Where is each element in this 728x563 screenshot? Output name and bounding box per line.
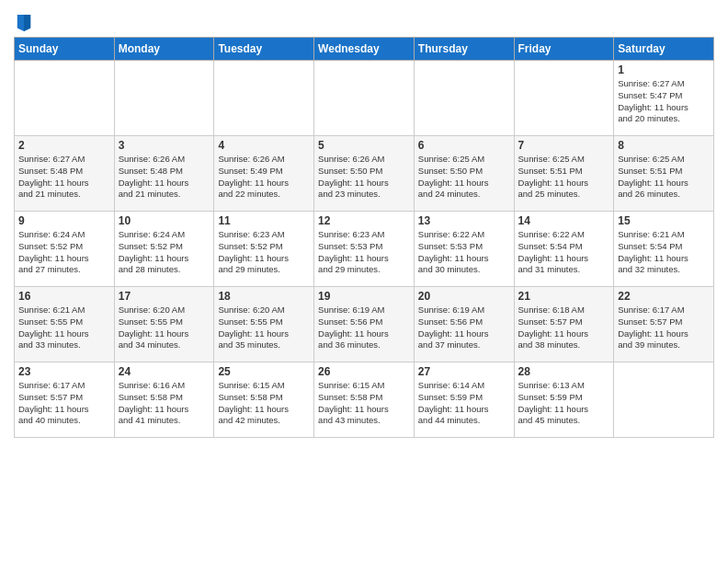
- calendar-cell: [314, 61, 415, 136]
- calendar-cell: 2Sunrise: 6:27 AMSunset: 5:48 PMDaylight…: [15, 136, 115, 212]
- day-header-monday: Monday: [114, 38, 214, 61]
- calendar-cell: 14Sunrise: 6:22 AMSunset: 5:54 PMDayligh…: [514, 212, 614, 287]
- day-number: 18: [218, 290, 310, 303]
- calendar-week-2: 2Sunrise: 6:27 AMSunset: 5:48 PMDaylight…: [15, 136, 714, 212]
- calendar-cell: [414, 61, 514, 136]
- day-header-thursday: Thursday: [414, 38, 514, 61]
- cell-info: Sunrise: 6:17 AMSunset: 5:57 PMDaylight:…: [18, 380, 110, 427]
- calendar-cell: 1Sunrise: 6:27 AMSunset: 5:47 PMDaylight…: [614, 61, 714, 136]
- day-number: 5: [318, 139, 410, 152]
- calendar-cell: 7Sunrise: 6:25 AMSunset: 5:51 PMDaylight…: [514, 136, 614, 212]
- day-number: 22: [618, 290, 710, 303]
- calendar-cell: 20Sunrise: 6:19 AMSunset: 5:56 PMDayligh…: [414, 287, 514, 362]
- day-number: 7: [518, 139, 610, 152]
- cell-info: Sunrise: 6:19 AMSunset: 5:56 PMDaylight:…: [418, 304, 510, 351]
- day-header-friday: Friday: [514, 38, 614, 61]
- cell-info: Sunrise: 6:25 AMSunset: 5:50 PMDaylight:…: [418, 154, 510, 201]
- day-number: 15: [618, 214, 710, 227]
- calendar-week-5: 23Sunrise: 6:17 AMSunset: 5:57 PMDayligh…: [15, 362, 714, 438]
- calendar-cell: [15, 61, 115, 136]
- day-header-sunday: Sunday: [15, 38, 115, 61]
- calendar-cell: 21Sunrise: 6:18 AMSunset: 5:57 PMDayligh…: [514, 287, 614, 362]
- day-number: 25: [218, 365, 310, 378]
- day-number: 17: [119, 290, 210, 303]
- day-number: 10: [119, 214, 210, 227]
- cell-info: Sunrise: 6:21 AMSunset: 5:54 PMDaylight:…: [618, 229, 710, 276]
- calendar-cell: 23Sunrise: 6:17 AMSunset: 5:57 PMDayligh…: [15, 362, 115, 438]
- cell-info: Sunrise: 6:27 AMSunset: 5:47 PMDaylight:…: [618, 78, 710, 125]
- calendar-cell: 19Sunrise: 6:19 AMSunset: 5:56 PMDayligh…: [314, 287, 415, 362]
- cell-info: Sunrise: 6:13 AMSunset: 5:59 PMDaylight:…: [518, 380, 610, 427]
- day-number: 28: [518, 365, 610, 378]
- calendar-cell: 24Sunrise: 6:16 AMSunset: 5:58 PMDayligh…: [114, 362, 214, 438]
- logo: [14, 13, 38, 33]
- calendar-cell: 27Sunrise: 6:14 AMSunset: 5:59 PMDayligh…: [414, 362, 514, 438]
- calendar-cell: 13Sunrise: 6:22 AMSunset: 5:53 PMDayligh…: [414, 212, 514, 287]
- calendar-cell: [114, 61, 214, 136]
- calendar-cell: 8Sunrise: 6:25 AMSunset: 5:51 PMDaylight…: [614, 136, 714, 212]
- day-header-wednesday: Wednesday: [314, 38, 415, 61]
- calendar-cell: 15Sunrise: 6:21 AMSunset: 5:54 PMDayligh…: [614, 212, 714, 287]
- day-number: 16: [18, 290, 110, 303]
- day-number: 8: [618, 139, 710, 152]
- calendar-cell: 11Sunrise: 6:23 AMSunset: 5:52 PMDayligh…: [214, 212, 314, 287]
- cell-info: Sunrise: 6:26 AMSunset: 5:50 PMDaylight:…: [318, 154, 410, 201]
- main-container: SundayMondayTuesdayWednesdayThursdayFrid…: [0, 0, 728, 442]
- cell-info: Sunrise: 6:24 AMSunset: 5:52 PMDaylight:…: [18, 229, 110, 276]
- calendar-table: SundayMondayTuesdayWednesdayThursdayFrid…: [14, 37, 714, 438]
- day-number: 23: [18, 365, 110, 378]
- calendar-cell: 5Sunrise: 6:26 AMSunset: 5:50 PMDaylight…: [314, 136, 415, 212]
- cell-info: Sunrise: 6:22 AMSunset: 5:54 PMDaylight:…: [518, 229, 610, 276]
- cell-info: Sunrise: 6:24 AMSunset: 5:52 PMDaylight:…: [119, 229, 210, 276]
- calendar-cell: 18Sunrise: 6:20 AMSunset: 5:55 PMDayligh…: [214, 287, 314, 362]
- day-number: 6: [418, 139, 510, 152]
- cell-info: Sunrise: 6:22 AMSunset: 5:53 PMDaylight:…: [418, 229, 510, 276]
- cell-info: Sunrise: 6:21 AMSunset: 5:55 PMDaylight:…: [18, 304, 110, 351]
- day-number: 24: [119, 365, 210, 378]
- calendar-week-3: 9Sunrise: 6:24 AMSunset: 5:52 PMDaylight…: [15, 212, 714, 287]
- calendar-week-4: 16Sunrise: 6:21 AMSunset: 5:55 PMDayligh…: [15, 287, 714, 362]
- calendar-cell: [614, 362, 714, 438]
- calendar-cell: 9Sunrise: 6:24 AMSunset: 5:52 PMDaylight…: [15, 212, 115, 287]
- cell-info: Sunrise: 6:16 AMSunset: 5:58 PMDaylight:…: [119, 380, 210, 427]
- calendar-cell: 16Sunrise: 6:21 AMSunset: 5:55 PMDayligh…: [15, 287, 115, 362]
- cell-info: Sunrise: 6:20 AMSunset: 5:55 PMDaylight:…: [119, 304, 210, 351]
- cell-info: Sunrise: 6:25 AMSunset: 5:51 PMDaylight:…: [618, 154, 710, 201]
- day-number: 14: [518, 214, 610, 227]
- calendar-cell: 6Sunrise: 6:25 AMSunset: 5:50 PMDaylight…: [414, 136, 514, 212]
- calendar-cell: [514, 61, 614, 136]
- cell-info: Sunrise: 6:18 AMSunset: 5:57 PMDaylight:…: [518, 304, 610, 351]
- cell-info: Sunrise: 6:19 AMSunset: 5:56 PMDaylight:…: [318, 304, 410, 351]
- calendar-cell: 22Sunrise: 6:17 AMSunset: 5:57 PMDayligh…: [614, 287, 714, 362]
- calendar-cell: 25Sunrise: 6:15 AMSunset: 5:58 PMDayligh…: [214, 362, 314, 438]
- cell-info: Sunrise: 6:23 AMSunset: 5:53 PMDaylight:…: [318, 229, 410, 276]
- cell-info: Sunrise: 6:20 AMSunset: 5:55 PMDaylight:…: [218, 304, 310, 351]
- cell-info: Sunrise: 6:15 AMSunset: 5:58 PMDaylight:…: [318, 380, 410, 427]
- day-number: 12: [318, 214, 410, 227]
- day-header-tuesday: Tuesday: [214, 38, 314, 61]
- day-number: 21: [518, 290, 610, 303]
- day-number: 13: [418, 214, 510, 227]
- calendar-cell: 3Sunrise: 6:26 AMSunset: 5:48 PMDaylight…: [114, 136, 214, 212]
- day-header-saturday: Saturday: [614, 38, 714, 61]
- calendar-cell: 4Sunrise: 6:26 AMSunset: 5:49 PMDaylight…: [214, 136, 314, 212]
- cell-info: Sunrise: 6:26 AMSunset: 5:48 PMDaylight:…: [119, 154, 210, 201]
- day-number: 20: [418, 290, 510, 303]
- day-number: 3: [119, 139, 210, 152]
- day-number: 11: [218, 214, 310, 227]
- calendar-cell: 26Sunrise: 6:15 AMSunset: 5:58 PMDayligh…: [314, 362, 415, 438]
- day-number: 1: [618, 63, 710, 76]
- day-number: 9: [18, 214, 110, 227]
- day-number: 2: [18, 139, 110, 152]
- svg-marker-1: [24, 15, 30, 31]
- calendar-cell: [214, 61, 314, 136]
- cell-info: Sunrise: 6:14 AMSunset: 5:59 PMDaylight:…: [418, 380, 510, 427]
- cell-info: Sunrise: 6:26 AMSunset: 5:49 PMDaylight:…: [218, 154, 310, 201]
- logo-icon: [16, 13, 32, 33]
- calendar-cell: 10Sunrise: 6:24 AMSunset: 5:52 PMDayligh…: [114, 212, 214, 287]
- calendar-cell: 17Sunrise: 6:20 AMSunset: 5:55 PMDayligh…: [114, 287, 214, 362]
- calendar-week-1: 1Sunrise: 6:27 AMSunset: 5:47 PMDaylight…: [15, 61, 714, 136]
- day-number: 26: [318, 365, 410, 378]
- cell-info: Sunrise: 6:23 AMSunset: 5:52 PMDaylight:…: [218, 229, 310, 276]
- cell-info: Sunrise: 6:25 AMSunset: 5:51 PMDaylight:…: [518, 154, 610, 201]
